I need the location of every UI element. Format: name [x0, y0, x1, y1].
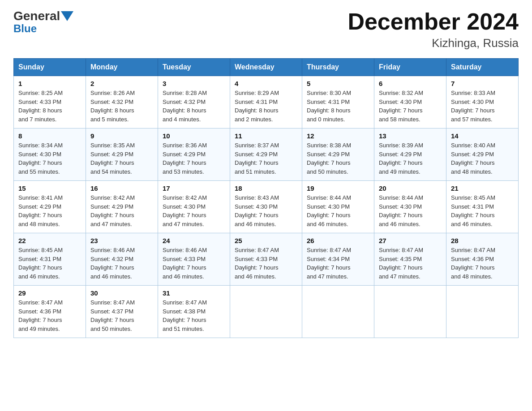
day-number: 9 — [90, 132, 153, 140]
day-info: Sunrise: 8:45 AM Sunset: 4:31 PM Dayligh… — [18, 246, 81, 281]
calendar-cell: 13Sunrise: 8:39 AM Sunset: 4:29 PM Dayli… — [374, 128, 446, 181]
weekday-header-saturday: Saturday — [446, 59, 519, 76]
calendar-cell — [302, 286, 374, 338]
day-info: Sunrise: 8:28 AM Sunset: 4:32 PM Dayligh… — [163, 89, 225, 124]
day-info: Sunrise: 8:47 AM Sunset: 4:36 PM Dayligh… — [451, 246, 514, 281]
weekday-header-thursday: Thursday — [302, 59, 374, 76]
weekday-header-sunday: Sunday — [14, 59, 86, 76]
calendar-cell — [230, 286, 302, 338]
day-number: 27 — [379, 237, 442, 244]
day-number: 25 — [235, 237, 297, 244]
calendar-week-1: 1Sunrise: 8:25 AM Sunset: 4:33 PM Daylig… — [14, 76, 519, 128]
calendar-week-4: 22Sunrise: 8:45 AM Sunset: 4:31 PM Dayli… — [14, 233, 519, 286]
calendar-cell: 20Sunrise: 8:44 AM Sunset: 4:30 PM Dayli… — [374, 181, 446, 233]
day-info: Sunrise: 8:45 AM Sunset: 4:31 PM Dayligh… — [451, 193, 514, 228]
day-number: 10 — [163, 132, 225, 140]
calendar-cell: 9Sunrise: 8:35 AM Sunset: 4:29 PM Daylig… — [86, 128, 158, 181]
calendar-cell: 18Sunrise: 8:43 AM Sunset: 4:30 PM Dayli… — [230, 181, 302, 233]
calendar-cell: 24Sunrise: 8:46 AM Sunset: 4:33 PM Dayli… — [158, 233, 230, 286]
day-info: Sunrise: 8:30 AM Sunset: 4:31 PM Dayligh… — [307, 89, 369, 124]
day-number: 21 — [451, 184, 514, 192]
day-info: Sunrise: 8:29 AM Sunset: 4:31 PM Dayligh… — [235, 89, 297, 124]
day-info: Sunrise: 8:47 AM Sunset: 4:34 PM Dayligh… — [307, 246, 369, 281]
calendar-cell: 3Sunrise: 8:28 AM Sunset: 4:32 PM Daylig… — [158, 76, 230, 128]
calendar-cell: 19Sunrise: 8:44 AM Sunset: 4:30 PM Dayli… — [302, 181, 374, 233]
day-info: Sunrise: 8:41 AM Sunset: 4:29 PM Dayligh… — [18, 193, 81, 228]
calendar-cell: 15Sunrise: 8:41 AM Sunset: 4:29 PM Dayli… — [14, 181, 86, 233]
calendar-cell: 2Sunrise: 8:26 AM Sunset: 4:32 PM Daylig… — [86, 76, 158, 128]
day-info: Sunrise: 8:47 AM Sunset: 4:35 PM Dayligh… — [379, 246, 442, 281]
calendar-cell: 17Sunrise: 8:42 AM Sunset: 4:30 PM Dayli… — [158, 181, 230, 233]
day-info: Sunrise: 8:47 AM Sunset: 4:37 PM Dayligh… — [90, 298, 153, 333]
day-info: Sunrise: 8:43 AM Sunset: 4:30 PM Dayligh… — [235, 193, 297, 228]
day-number: 17 — [163, 184, 225, 192]
calendar-cell: 11Sunrise: 8:37 AM Sunset: 4:29 PM Dayli… — [230, 128, 302, 181]
calendar-cell: 30Sunrise: 8:47 AM Sunset: 4:37 PM Dayli… — [86, 286, 158, 338]
logo-general-text: General — [13, 9, 60, 23]
day-number: 20 — [379, 184, 442, 192]
day-info: Sunrise: 8:34 AM Sunset: 4:30 PM Dayligh… — [18, 141, 81, 176]
logo: General Blue — [13, 9, 74, 35]
day-number: 4 — [235, 80, 297, 87]
day-info: Sunrise: 8:38 AM Sunset: 4:29 PM Dayligh… — [307, 141, 369, 176]
calendar-cell: 12Sunrise: 8:38 AM Sunset: 4:29 PM Dayli… — [302, 128, 374, 181]
calendar-cell: 10Sunrise: 8:36 AM Sunset: 4:29 PM Dayli… — [158, 128, 230, 181]
calendar-cell: 5Sunrise: 8:30 AM Sunset: 4:31 PM Daylig… — [302, 76, 374, 128]
calendar-cell: 22Sunrise: 8:45 AM Sunset: 4:31 PM Dayli… — [14, 233, 86, 286]
day-info: Sunrise: 8:42 AM Sunset: 4:29 PM Dayligh… — [90, 193, 153, 228]
day-info: Sunrise: 8:40 AM Sunset: 4:29 PM Dayligh… — [451, 141, 514, 176]
logo-triangle-icon — [61, 11, 73, 21]
calendar-cell — [374, 286, 446, 338]
weekday-header-monday: Monday — [86, 59, 158, 76]
day-info: Sunrise: 8:35 AM Sunset: 4:29 PM Dayligh… — [90, 141, 153, 176]
calendar-title: December 2024 — [348, 9, 519, 34]
calendar-cell: 27Sunrise: 8:47 AM Sunset: 4:35 PM Dayli… — [374, 233, 446, 286]
calendar-cell: 26Sunrise: 8:47 AM Sunset: 4:34 PM Dayli… — [302, 233, 374, 286]
calendar-cell: 23Sunrise: 8:46 AM Sunset: 4:32 PM Dayli… — [86, 233, 158, 286]
calendar-cell: 21Sunrise: 8:45 AM Sunset: 4:31 PM Dayli… — [446, 181, 519, 233]
day-number: 15 — [18, 184, 81, 192]
day-info: Sunrise: 8:47 AM Sunset: 4:36 PM Dayligh… — [18, 298, 81, 333]
day-number: 16 — [90, 184, 153, 192]
day-number: 12 — [307, 132, 369, 140]
day-number: 29 — [18, 289, 81, 297]
day-info: Sunrise: 8:25 AM Sunset: 4:33 PM Dayligh… — [18, 89, 81, 124]
day-info: Sunrise: 8:44 AM Sunset: 4:30 PM Dayligh… — [307, 193, 369, 228]
calendar-cell: 6Sunrise: 8:32 AM Sunset: 4:30 PM Daylig… — [374, 76, 446, 128]
calendar-subtitle: Kizhinga, Russia — [348, 36, 519, 50]
calendar-cell: 14Sunrise: 8:40 AM Sunset: 4:29 PM Dayli… — [446, 128, 519, 181]
weekday-header-wednesday: Wednesday — [230, 59, 302, 76]
day-number: 1 — [18, 80, 81, 87]
logo-blue-text: Blue — [13, 22, 37, 35]
day-info: Sunrise: 8:26 AM Sunset: 4:32 PM Dayligh… — [90, 89, 153, 124]
day-number: 8 — [18, 132, 81, 140]
day-info: Sunrise: 8:32 AM Sunset: 4:30 PM Dayligh… — [379, 89, 442, 124]
calendar-cell: 28Sunrise: 8:47 AM Sunset: 4:36 PM Dayli… — [446, 233, 519, 286]
day-number: 3 — [163, 80, 225, 87]
day-number: 2 — [90, 80, 153, 87]
day-info: Sunrise: 8:44 AM Sunset: 4:30 PM Dayligh… — [379, 193, 442, 228]
calendar-cell: 29Sunrise: 8:47 AM Sunset: 4:36 PM Dayli… — [14, 286, 86, 338]
calendar-cell: 25Sunrise: 8:47 AM Sunset: 4:33 PM Dayli… — [230, 233, 302, 286]
day-number: 7 — [451, 80, 514, 87]
calendar-cell: 8Sunrise: 8:34 AM Sunset: 4:30 PM Daylig… — [14, 128, 86, 181]
day-number: 6 — [379, 80, 442, 87]
day-info: Sunrise: 8:42 AM Sunset: 4:30 PM Dayligh… — [163, 193, 225, 228]
calendar-cell: 1Sunrise: 8:25 AM Sunset: 4:33 PM Daylig… — [14, 76, 86, 128]
weekday-header-tuesday: Tuesday — [158, 59, 230, 76]
calendar-cell — [446, 286, 519, 338]
day-number: 19 — [307, 184, 369, 192]
calendar-cell: 4Sunrise: 8:29 AM Sunset: 4:31 PM Daylig… — [230, 76, 302, 128]
calendar-cell: 31Sunrise: 8:47 AM Sunset: 4:38 PM Dayli… — [158, 286, 230, 338]
weekday-header-row: SundayMondayTuesdayWednesdayThursdayFrid… — [14, 59, 519, 76]
day-number: 30 — [90, 289, 153, 297]
day-number: 14 — [451, 132, 514, 140]
day-info: Sunrise: 8:39 AM Sunset: 4:29 PM Dayligh… — [379, 141, 442, 176]
day-number: 26 — [307, 237, 369, 244]
page-header: General Blue December 2024 Kizhinga, Rus… — [13, 9, 519, 50]
day-number: 13 — [379, 132, 442, 140]
day-number: 5 — [307, 80, 369, 87]
day-info: Sunrise: 8:47 AM Sunset: 4:38 PM Dayligh… — [163, 298, 225, 333]
calendar-week-3: 15Sunrise: 8:41 AM Sunset: 4:29 PM Dayli… — [14, 181, 519, 233]
calendar-cell: 16Sunrise: 8:42 AM Sunset: 4:29 PM Dayli… — [86, 181, 158, 233]
